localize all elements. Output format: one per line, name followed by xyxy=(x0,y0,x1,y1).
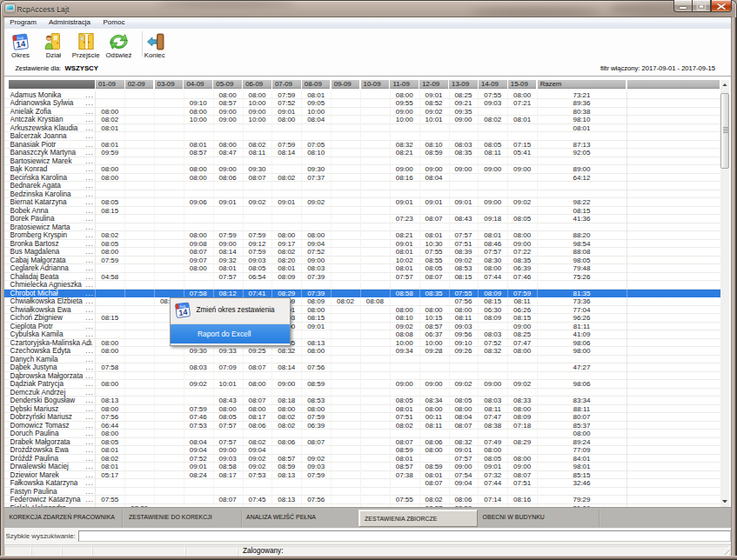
svg-text:14: 14 xyxy=(16,38,27,49)
svg-text:14: 14 xyxy=(178,308,188,317)
